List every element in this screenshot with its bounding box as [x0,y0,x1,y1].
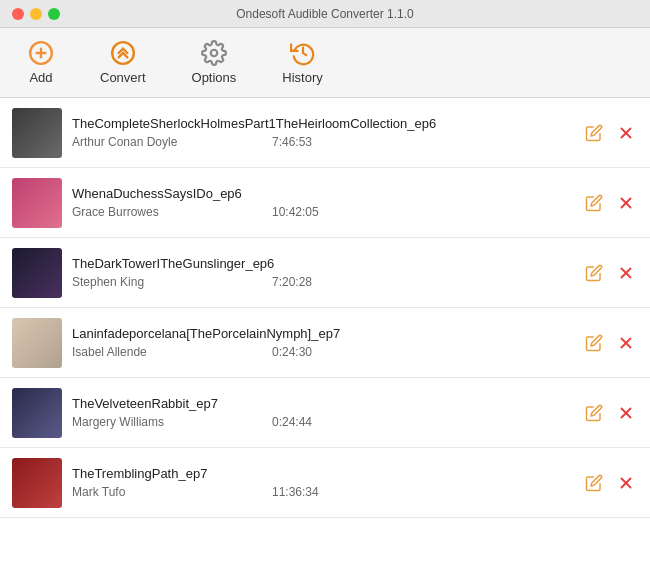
delete-track-button[interactable] [614,331,638,355]
track-row: TheVelveteenRabbit_ep7 Margery Williams … [0,378,650,448]
track-row: TheDarkTowerITheGunslinger_ep6 Stephen K… [0,238,650,308]
add-icon [28,40,54,66]
track-actions [582,121,638,145]
track-duration: 10:42:05 [272,205,319,219]
track-meta: Stephen King 7:20:28 [72,275,572,289]
close-button[interactable] [12,8,24,20]
edit-icon [585,194,603,212]
toolbar: Add Convert Options His [0,28,650,98]
options-button[interactable]: Options [184,36,245,89]
track-actions [582,261,638,285]
track-actions [582,401,638,425]
window-title: Ondesoft Audible Converter 1.1.0 [236,7,413,21]
edit-track-button[interactable] [582,331,606,355]
track-meta: Margery Williams 0:24:44 [72,415,572,429]
track-title: TheTremblingPath_ep7 [72,466,572,481]
track-row: TheCompleteSherlockHolmesPart1TheHeirloo… [0,98,650,168]
track-author: Isabel Allende [72,345,212,359]
edit-icon [585,474,603,492]
history-button[interactable]: History [274,36,330,89]
track-meta: Mark Tufo 11:36:34 [72,485,572,499]
track-row: Laninfadeporcelana[ThePorcelainNymph]_ep… [0,308,650,378]
options-icon [201,40,227,66]
track-meta: Isabel Allende 0:24:30 [72,345,572,359]
track-actions [582,471,638,495]
edit-icon [585,124,603,142]
edit-track-button[interactable] [582,121,606,145]
track-duration: 11:36:34 [272,485,319,499]
delete-track-button[interactable] [614,261,638,285]
track-duration: 7:20:28 [272,275,312,289]
delete-icon [617,124,635,142]
track-meta: Grace Burrowes 10:42:05 [72,205,572,219]
track-thumbnail [12,458,62,508]
track-actions [582,331,638,355]
edit-icon [585,264,603,282]
track-title: WhenaDuchessSaysIDo_ep6 [72,186,572,201]
track-title: TheCompleteSherlockHolmesPart1TheHeirloo… [72,116,572,131]
track-thumbnail [12,248,62,298]
track-duration: 0:24:44 [272,415,312,429]
convert-label: Convert [100,70,146,85]
delete-icon [617,404,635,422]
track-title: TheDarkTowerITheGunslinger_ep6 [72,256,572,271]
convert-icon [110,40,136,66]
track-row: WhenaDuchessSaysIDo_ep6 Grace Burrowes 1… [0,168,650,238]
delete-track-button[interactable] [614,401,638,425]
svg-point-4 [211,50,218,57]
track-info: Laninfadeporcelana[ThePorcelainNymph]_ep… [72,326,572,359]
track-list: TheCompleteSherlockHolmesPart1TheHeirloo… [0,98,650,579]
track-info: TheTremblingPath_ep7 Mark Tufo 11:36:34 [72,466,572,499]
edit-icon [585,334,603,352]
track-info: WhenaDuchessSaysIDo_ep6 Grace Burrowes 1… [72,186,572,219]
edit-track-button[interactable] [582,191,606,215]
track-thumbnail [12,318,62,368]
track-meta: Arthur Conan Doyle 7:46:53 [72,135,572,149]
edit-track-button[interactable] [582,401,606,425]
delete-icon [617,334,635,352]
add-button[interactable]: Add [20,36,62,89]
edit-track-button[interactable] [582,261,606,285]
track-thumbnail [12,108,62,158]
maximize-button[interactable] [48,8,60,20]
delete-track-button[interactable] [614,191,638,215]
edit-track-button[interactable] [582,471,606,495]
history-label: History [282,70,322,85]
track-author: Margery Williams [72,415,212,429]
track-info: TheCompleteSherlockHolmesPart1TheHeirloo… [72,116,572,149]
delete-track-button[interactable] [614,121,638,145]
edit-icon [585,404,603,422]
track-actions [582,191,638,215]
track-info: TheDarkTowerITheGunslinger_ep6 Stephen K… [72,256,572,289]
track-author: Grace Burrowes [72,205,212,219]
track-title: Laninfadeporcelana[ThePorcelainNymph]_ep… [72,326,572,341]
track-thumbnail [12,388,62,438]
delete-icon [617,264,635,282]
track-author: Arthur Conan Doyle [72,135,212,149]
add-label: Add [29,70,52,85]
delete-track-button[interactable] [614,471,638,495]
title-bar: Ondesoft Audible Converter 1.1.0 [0,0,650,28]
track-duration: 0:24:30 [272,345,312,359]
window-controls [12,8,60,20]
options-label: Options [192,70,237,85]
convert-button[interactable]: Convert [92,36,154,89]
minimize-button[interactable] [30,8,42,20]
track-row: TheTremblingPath_ep7 Mark Tufo 11:36:34 [0,448,650,518]
history-icon [290,40,316,66]
track-thumbnail [12,178,62,228]
track-duration: 7:46:53 [272,135,312,149]
delete-icon [617,194,635,212]
track-author: Mark Tufo [72,485,212,499]
track-author: Stephen King [72,275,212,289]
track-title: TheVelveteenRabbit_ep7 [72,396,572,411]
track-info: TheVelveteenRabbit_ep7 Margery Williams … [72,396,572,429]
delete-icon [617,474,635,492]
